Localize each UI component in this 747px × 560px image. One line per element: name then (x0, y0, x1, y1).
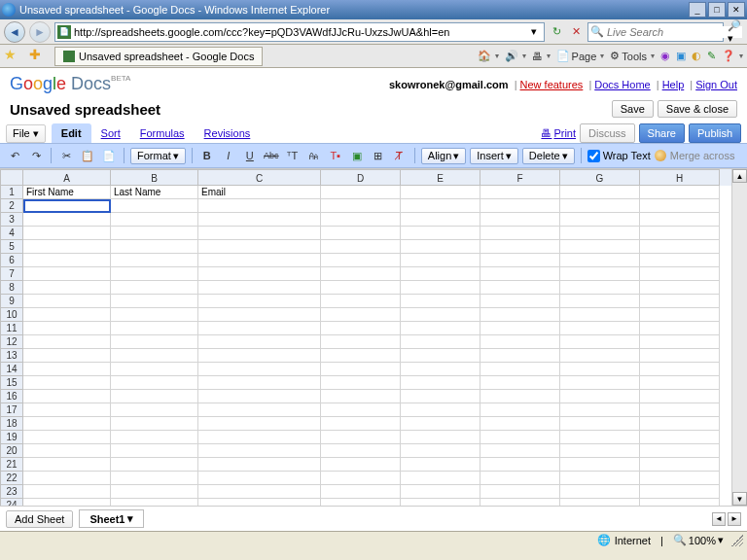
ext-icon-4[interactable]: ✎ (707, 50, 716, 62)
cell[interactable] (23, 281, 111, 295)
row-header[interactable]: 14 (0, 363, 23, 376)
cell[interactable] (480, 431, 560, 444)
cell[interactable] (111, 431, 198, 444)
cell[interactable] (321, 363, 401, 376)
favorites-icon[interactable]: ★ (4, 47, 23, 66)
cell[interactable] (640, 417, 720, 431)
help-icon[interactable]: ❓ (722, 50, 743, 62)
cell[interactable] (480, 281, 560, 295)
redo-icon[interactable]: ↷ (27, 147, 45, 164)
cell[interactable] (401, 444, 480, 458)
cell[interactable] (560, 322, 640, 335)
column-header[interactable]: B (111, 169, 198, 186)
row-header[interactable]: 11 (0, 322, 23, 335)
docs-home-link[interactable]: Docs Home (594, 79, 650, 90)
row-header[interactable]: 12 (0, 335, 23, 349)
row-header[interactable]: 8 (0, 281, 23, 295)
format-menu[interactable]: Format ▾ (130, 148, 186, 164)
merge-across-button[interactable]: Merge across (670, 150, 735, 161)
cell[interactable] (560, 499, 640, 506)
cell[interactable] (321, 403, 401, 417)
vertical-scrollbar[interactable]: ▲ ▼ (731, 169, 747, 506)
cell[interactable] (198, 472, 321, 485)
url-input[interactable] (74, 26, 526, 38)
cell[interactable] (640, 472, 720, 485)
cell[interactable] (321, 227, 401, 240)
cell[interactable] (401, 458, 480, 472)
cell[interactable] (321, 295, 401, 308)
row-header[interactable]: 24 (0, 499, 23, 506)
cell[interactable] (560, 349, 640, 363)
ext-icon-3[interactable]: ◐ (692, 50, 701, 62)
add-favorites-icon[interactable]: ✚ (29, 47, 49, 66)
cell[interactable] (640, 390, 720, 403)
cell[interactable] (560, 485, 640, 499)
cell[interactable] (23, 254, 111, 267)
cell[interactable] (23, 227, 111, 240)
cell[interactable] (111, 281, 198, 295)
cell[interactable] (480, 363, 560, 376)
copy-icon[interactable]: 📋 (79, 147, 96, 164)
cell[interactable] (480, 417, 560, 431)
address-bar[interactable]: 📄 ▾ (54, 22, 545, 42)
url-dropdown-icon[interactable]: ▾ (526, 24, 542, 40)
cell[interactable] (640, 458, 720, 472)
cell[interactable] (401, 186, 480, 199)
tab-revisions[interactable]: Revisions (195, 123, 261, 143)
cell[interactable] (401, 376, 480, 390)
cell[interactable] (560, 295, 640, 308)
tab-formulas[interactable]: Formulas (130, 123, 195, 143)
cell[interactable] (23, 295, 111, 308)
column-header[interactable]: H (640, 169, 720, 186)
cell[interactable] (480, 349, 560, 363)
cell[interactable]: Email (198, 186, 321, 199)
zoom-control[interactable]: 🔍 100% ▾ (673, 534, 724, 546)
row-header[interactable]: 22 (0, 472, 23, 485)
column-header[interactable]: F (480, 169, 560, 186)
cell[interactable] (560, 403, 640, 417)
row-header[interactable]: 2 (0, 199, 23, 213)
sheet-tab[interactable]: Sheet1 ▾ (79, 509, 144, 528)
cell[interactable] (480, 295, 560, 308)
cell[interactable] (111, 444, 198, 458)
cell[interactable] (198, 431, 321, 444)
cell[interactable] (111, 376, 198, 390)
cell[interactable] (401, 322, 480, 335)
cell[interactable] (198, 308, 321, 322)
close-button[interactable]: ✕ (728, 2, 745, 18)
tools-button[interactable]: ⚙ Tools (610, 50, 655, 62)
cell[interactable] (401, 390, 480, 403)
cell[interactable] (401, 227, 480, 240)
cell[interactable] (401, 417, 480, 431)
discuss-button[interactable]: Discuss (580, 123, 635, 143)
cell[interactable] (23, 417, 111, 431)
cell[interactable] (640, 295, 720, 308)
fill-color-icon[interactable]: ▣ (348, 147, 366, 164)
tab-sort[interactable]: Sort (91, 123, 130, 143)
add-sheet-button[interactable]: Add Sheet (6, 510, 73, 528)
browser-tab[interactable]: Unsaved spreadsheet - Google Docs (54, 47, 263, 66)
cell[interactable] (111, 458, 198, 472)
cell[interactable] (560, 363, 640, 376)
cell[interactable] (23, 444, 111, 458)
cell[interactable] (401, 281, 480, 295)
borders-icon[interactable]: ⊞ (370, 147, 387, 164)
scroll-down-icon[interactable]: ▼ (732, 492, 747, 506)
cell[interactable] (321, 186, 401, 199)
cell[interactable] (198, 485, 321, 499)
cell[interactable] (23, 458, 111, 472)
cell[interactable] (480, 186, 560, 199)
cell[interactable] (23, 403, 111, 417)
cell[interactable] (198, 281, 321, 295)
column-header[interactable]: C (198, 169, 321, 186)
cell[interactable] (640, 186, 720, 199)
cell[interactable] (198, 254, 321, 267)
cell[interactable] (560, 199, 640, 213)
cell[interactable] (640, 349, 720, 363)
cell[interactable]: First Name (23, 186, 111, 199)
page-button[interactable]: 📄 Page (556, 50, 605, 62)
cell[interactable] (23, 485, 111, 499)
cell[interactable] (23, 376, 111, 390)
cell[interactable] (111, 499, 198, 506)
hscroll-right-icon[interactable]: ► (728, 512, 741, 526)
